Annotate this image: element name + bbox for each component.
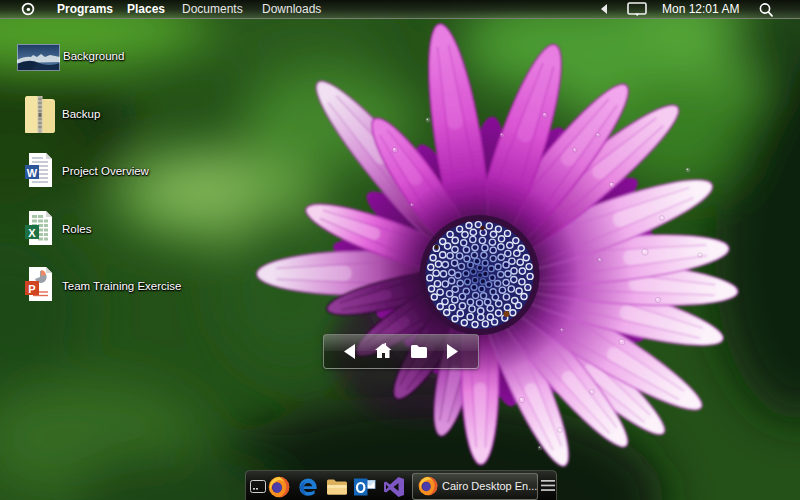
svg-text:W: W [27,167,38,179]
svg-text:X: X [28,227,36,239]
svg-text:P: P [28,283,35,295]
